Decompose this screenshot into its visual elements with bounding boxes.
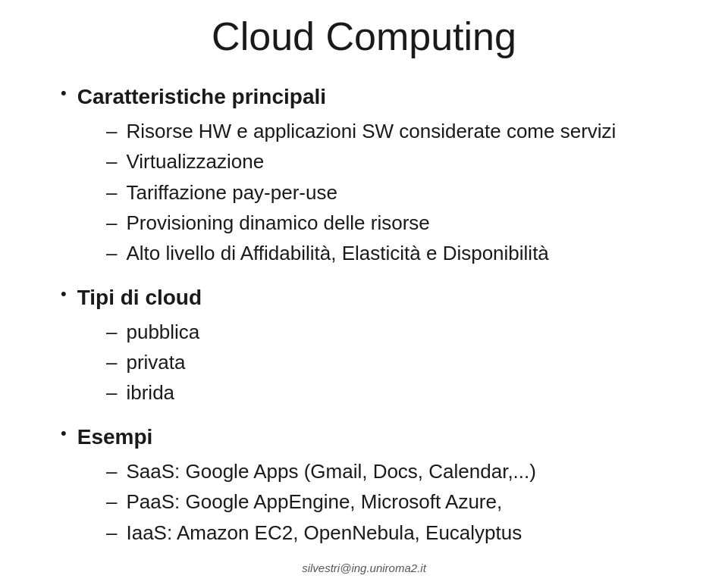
tipi-list: – pubblica – privata – ibrida bbox=[61, 317, 698, 408]
list-item: – pubblica bbox=[106, 317, 698, 347]
list-item: – SaaS: Google Apps (Gmail, Docs, Calend… bbox=[106, 456, 698, 486]
list-item-text: Tariffazione pay-per-use bbox=[126, 177, 337, 208]
dash-icon: – bbox=[106, 116, 117, 146]
section-esempi-title: Esempi bbox=[77, 422, 153, 452]
list-item: – Provisioning dinamico delle risorse bbox=[106, 208, 698, 238]
list-item-text: Risorse HW e applicazioni SW considerate… bbox=[126, 116, 616, 146]
dash-icon: – bbox=[106, 146, 117, 177]
main-content: • Caratteristiche principali – Risorse H… bbox=[30, 82, 698, 554]
list-item-text: SaaS: Google Apps (Gmail, Docs, Calendar… bbox=[126, 456, 535, 486]
list-item-text: pubblica bbox=[126, 317, 199, 347]
list-item: – privata bbox=[106, 347, 698, 377]
section-caratteristiche: • Caratteristiche principali bbox=[61, 82, 698, 111]
list-item-text: IaaS: Amazon EC2, OpenNebula, Eucalyptus bbox=[126, 518, 522, 548]
bullet-dot-1: • bbox=[61, 83, 67, 103]
bullet-dot-3: • bbox=[61, 424, 67, 443]
list-item: – ibrida bbox=[106, 377, 698, 408]
list-item-text: Virtualizzazione bbox=[126, 146, 264, 177]
list-item: – IaaS: Amazon EC2, OpenNebula, Eucalypt… bbox=[106, 518, 698, 548]
section-caratteristiche-title: Caratteristiche principali bbox=[77, 82, 326, 111]
list-item-text: Alto livello di Affidabilità, Elasticità… bbox=[126, 238, 548, 268]
dash-icon: – bbox=[106, 377, 117, 408]
list-item-text: ibrida bbox=[126, 377, 174, 408]
list-item-text: PaaS: Google AppEngine, Microsoft Azure, bbox=[126, 486, 502, 517]
dash-icon: – bbox=[106, 238, 117, 268]
dash-icon: – bbox=[106, 347, 117, 377]
list-item-text: Provisioning dinamico delle risorse bbox=[126, 208, 429, 238]
list-item: – Tariffazione pay-per-use bbox=[106, 177, 698, 208]
dash-icon: – bbox=[106, 317, 117, 347]
list-item: – PaaS: Google AppEngine, Microsoft Azur… bbox=[106, 486, 698, 517]
section-tipi: • Tipi di cloud bbox=[61, 283, 698, 312]
section-esempi: • Esempi bbox=[61, 422, 698, 452]
dash-icon: – bbox=[106, 177, 117, 208]
esempi-list: – SaaS: Google Apps (Gmail, Docs, Calend… bbox=[61, 456, 698, 548]
bullet-dot-2: • bbox=[61, 284, 67, 304]
section-tipi-title: Tipi di cloud bbox=[77, 283, 202, 312]
list-item: – Alto livello di Affidabilità, Elastici… bbox=[106, 238, 698, 268]
page-title: Cloud Computing bbox=[212, 14, 516, 59]
footer-email: silvestri@ing.uniroma2.it bbox=[302, 561, 426, 574]
caratteristiche-list: – Risorse HW e applicazioni SW considera… bbox=[61, 116, 698, 268]
dash-icon: – bbox=[106, 518, 117, 548]
dash-icon: – bbox=[106, 208, 117, 238]
list-item-text: privata bbox=[126, 347, 185, 377]
list-item: – Virtualizzazione bbox=[106, 146, 698, 177]
dash-icon: – bbox=[106, 486, 117, 517]
dash-icon: – bbox=[106, 456, 117, 486]
list-item: – Risorse HW e applicazioni SW considera… bbox=[106, 116, 698, 146]
